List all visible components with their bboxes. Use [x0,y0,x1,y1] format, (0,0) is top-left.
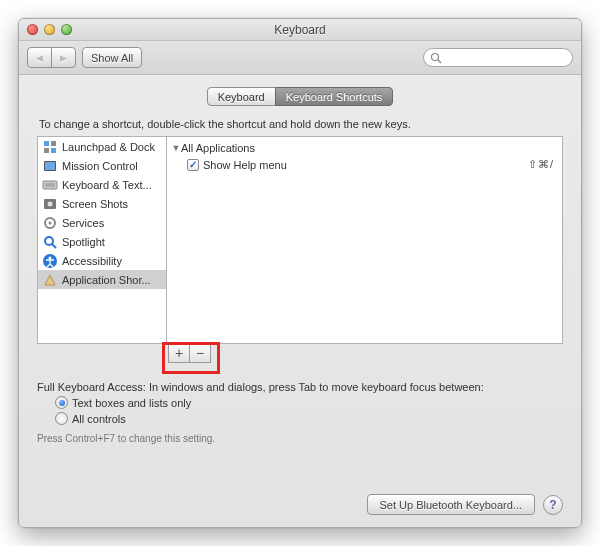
instruction-text: To change a shortcut, double-click the s… [39,118,563,130]
keyboard-access-section: Full Keyboard Access: In windows and dia… [37,381,563,444]
radio-label: All controls [72,413,126,425]
sidebar-item-services[interactable]: Services [38,213,166,232]
radio-all-controls[interactable]: All controls [55,412,563,425]
forward-button[interactable]: ▶ [51,47,76,68]
sidebar-item-label: Screen Shots [62,198,128,210]
back-icon: ◀ [36,53,43,63]
radio-icon[interactable] [55,412,68,425]
tab-keyboard[interactable]: Keyboard [207,87,276,106]
svg-rect-7 [45,162,55,170]
search-field[interactable] [423,48,573,67]
add-button[interactable]: + [168,343,190,363]
sidebar-item-label: Application Shor... [62,274,151,286]
sidebar-item-label: Mission Control [62,160,138,172]
services-icon [42,215,58,231]
category-sidebar[interactable]: Launchpad & DockMission ControlKeyboard … [37,136,167,344]
tab-keyboard-label: Keyboard [218,91,265,103]
sidebar-item-keyboard[interactable]: Keyboard & Text... [38,175,166,194]
disclosure-triangle-icon[interactable]: ▼ [171,143,181,153]
show-all-button[interactable]: Show All [82,47,142,68]
tabs: Keyboard Keyboard Shortcuts [37,87,563,106]
shortcut-key[interactable]: ⇧⌘/ [528,158,558,171]
radio-label: Text boxes and lists only [72,397,191,409]
svg-point-12 [48,201,53,206]
access-hint: Press Control+F7 to change this setting. [37,433,563,444]
tree-group-label: All Applications [181,142,255,154]
sidebar-item-accessibility[interactable]: Accessibility [38,251,166,270]
svg-point-15 [45,237,53,245]
content-area: Keyboard Keyboard Shortcuts To change a … [19,75,581,527]
sidebar-item-label: Launchpad & Dock [62,141,155,153]
titlebar: Keyboard [19,19,581,41]
access-prompt: Full Keyboard Access: In windows and dia… [37,381,563,393]
svg-rect-4 [44,148,49,153]
tree-item-label: Show Help menu [203,159,287,171]
keyboard-icon [42,177,58,193]
checkbox-icon[interactable]: ✓ [187,159,199,171]
svg-rect-3 [51,141,56,146]
launchpad-icon [42,139,58,155]
svg-rect-2 [44,141,49,146]
add-remove-buttons: + − [168,343,563,363]
mission-icon [42,158,58,174]
sidebar-item-label: Keyboard & Text... [62,179,152,191]
appshortcuts-icon [42,272,58,288]
search-icon [430,52,442,64]
toolbar: ◀ ▶ Show All [19,41,581,75]
svg-line-1 [438,60,441,63]
sidebar-item-launchpad[interactable]: Launchpad & Dock [38,137,166,156]
search-input[interactable] [442,51,582,65]
back-button[interactable]: ◀ [27,47,52,68]
sidebar-item-mission[interactable]: Mission Control [38,156,166,175]
sidebar-item-label: Services [62,217,104,229]
svg-rect-8 [43,181,57,189]
svg-point-18 [49,256,52,259]
bluetooth-keyboard-button[interactable]: Set Up Bluetooth Keyboard... [367,494,535,515]
spotlight-icon [42,234,58,250]
footer: Set Up Bluetooth Keyboard... ? [367,494,563,515]
minus-icon: − [196,346,204,360]
remove-button[interactable]: − [189,343,211,363]
accessibility-icon [42,253,58,269]
tree-group-row[interactable]: ▼ All Applications [171,139,558,156]
help-button[interactable]: ? [543,495,563,515]
tab-keyboard-shortcuts[interactable]: Keyboard Shortcuts [275,87,394,106]
sidebar-item-label: Accessibility [62,255,122,267]
screenshot-icon [42,196,58,212]
sidebar-item-appshortcuts[interactable]: Application Shor... [38,270,166,289]
sidebar-item-spotlight[interactable]: Spotlight [38,232,166,251]
preferences-window: Keyboard ◀ ▶ Show All Keyboard [18,18,582,528]
panes: Launchpad & DockMission ControlKeyboard … [37,136,563,344]
radio-text-boxes[interactable]: Text boxes and lists only [55,396,563,409]
nav-buttons: ◀ ▶ [27,47,76,68]
svg-point-0 [432,53,439,60]
svg-point-14 [49,221,52,224]
help-icon: ? [549,498,556,512]
sidebar-item-label: Spotlight [62,236,105,248]
svg-rect-5 [51,148,56,153]
plus-icon: + [175,346,183,360]
sidebar-item-screenshot[interactable]: Screen Shots [38,194,166,213]
tree-item-row[interactable]: ✓ Show Help menu ⇧⌘/ [171,156,558,173]
shortcuts-list[interactable]: ▼ All Applications ✓ Show Help menu ⇧⌘/ [167,136,563,344]
tab-shortcuts-label: Keyboard Shortcuts [286,91,383,103]
radio-icon[interactable] [55,396,68,409]
svg-line-16 [52,244,56,248]
bluetooth-keyboard-label: Set Up Bluetooth Keyboard... [380,499,522,511]
show-all-label: Show All [91,52,133,64]
window-title: Keyboard [19,23,581,37]
forward-icon: ▶ [60,53,67,63]
